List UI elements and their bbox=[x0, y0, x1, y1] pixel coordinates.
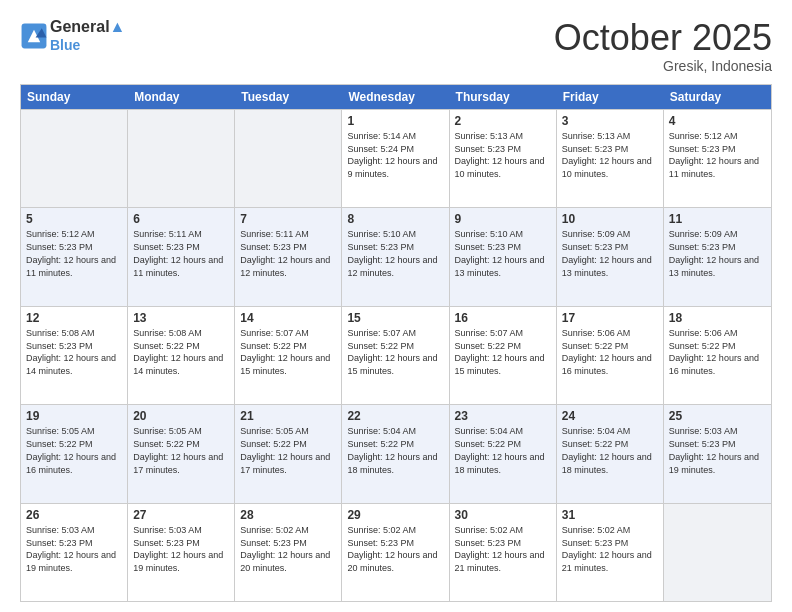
calendar-cell: 15Sunrise: 5:07 AMSunset: 5:22 PMDayligh… bbox=[342, 307, 449, 404]
day-number: 2 bbox=[455, 113, 551, 129]
cell-info: Sunrise: 5:05 AMSunset: 5:22 PMDaylight:… bbox=[26, 426, 116, 474]
calendar-row-0: 1Sunrise: 5:14 AMSunset: 5:24 PMDaylight… bbox=[21, 109, 771, 207]
cell-info: Sunrise: 5:09 AMSunset: 5:23 PMDaylight:… bbox=[669, 229, 759, 277]
cell-info: Sunrise: 5:05 AMSunset: 5:22 PMDaylight:… bbox=[240, 426, 330, 474]
day-number: 24 bbox=[562, 408, 658, 424]
calendar-cell: 16Sunrise: 5:07 AMSunset: 5:22 PMDayligh… bbox=[450, 307, 557, 404]
cell-info: Sunrise: 5:03 AMSunset: 5:23 PMDaylight:… bbox=[669, 426, 759, 474]
calendar-cell bbox=[128, 110, 235, 207]
cell-info: Sunrise: 5:13 AMSunset: 5:23 PMDaylight:… bbox=[455, 131, 545, 179]
day-number: 29 bbox=[347, 507, 443, 523]
day-number: 20 bbox=[133, 408, 229, 424]
calendar-cell bbox=[235, 110, 342, 207]
day-number: 26 bbox=[26, 507, 122, 523]
cell-info: Sunrise: 5:04 AMSunset: 5:22 PMDaylight:… bbox=[562, 426, 652, 474]
calendar-cell: 4Sunrise: 5:12 AMSunset: 5:23 PMDaylight… bbox=[664, 110, 771, 207]
cell-info: Sunrise: 5:08 AMSunset: 5:22 PMDaylight:… bbox=[133, 328, 223, 376]
calendar-cell: 2Sunrise: 5:13 AMSunset: 5:23 PMDaylight… bbox=[450, 110, 557, 207]
day-number: 7 bbox=[240, 211, 336, 227]
cell-info: Sunrise: 5:05 AMSunset: 5:22 PMDaylight:… bbox=[133, 426, 223, 474]
cell-info: Sunrise: 5:10 AMSunset: 5:23 PMDaylight:… bbox=[347, 229, 437, 277]
day-number: 1 bbox=[347, 113, 443, 129]
calendar-cell: 3Sunrise: 5:13 AMSunset: 5:23 PMDaylight… bbox=[557, 110, 664, 207]
day-number: 4 bbox=[669, 113, 766, 129]
cell-info: Sunrise: 5:02 AMSunset: 5:23 PMDaylight:… bbox=[240, 525, 330, 573]
calendar-cell: 24Sunrise: 5:04 AMSunset: 5:22 PMDayligh… bbox=[557, 405, 664, 502]
cell-info: Sunrise: 5:11 AMSunset: 5:23 PMDaylight:… bbox=[240, 229, 330, 277]
calendar-cell: 26Sunrise: 5:03 AMSunset: 5:23 PMDayligh… bbox=[21, 504, 128, 601]
day-number: 18 bbox=[669, 310, 766, 326]
header-monday: Monday bbox=[128, 85, 235, 109]
header-sunday: Sunday bbox=[21, 85, 128, 109]
header-saturday: Saturday bbox=[664, 85, 771, 109]
calendar-row-2: 12Sunrise: 5:08 AMSunset: 5:23 PMDayligh… bbox=[21, 306, 771, 404]
day-number: 8 bbox=[347, 211, 443, 227]
calendar-cell: 25Sunrise: 5:03 AMSunset: 5:23 PMDayligh… bbox=[664, 405, 771, 502]
calendar-cell: 17Sunrise: 5:06 AMSunset: 5:22 PMDayligh… bbox=[557, 307, 664, 404]
day-number: 22 bbox=[347, 408, 443, 424]
cell-info: Sunrise: 5:06 AMSunset: 5:22 PMDaylight:… bbox=[562, 328, 652, 376]
logo-icon bbox=[20, 22, 48, 50]
calendar-cell: 13Sunrise: 5:08 AMSunset: 5:22 PMDayligh… bbox=[128, 307, 235, 404]
calendar-cell: 22Sunrise: 5:04 AMSunset: 5:22 PMDayligh… bbox=[342, 405, 449, 502]
day-number: 9 bbox=[455, 211, 551, 227]
header-friday: Friday bbox=[557, 85, 664, 109]
calendar-header: Sunday Monday Tuesday Wednesday Thursday… bbox=[21, 85, 771, 109]
calendar-cell: 12Sunrise: 5:08 AMSunset: 5:23 PMDayligh… bbox=[21, 307, 128, 404]
cell-info: Sunrise: 5:02 AMSunset: 5:23 PMDaylight:… bbox=[347, 525, 437, 573]
calendar-cell: 31Sunrise: 5:02 AMSunset: 5:23 PMDayligh… bbox=[557, 504, 664, 601]
day-number: 11 bbox=[669, 211, 766, 227]
calendar-cell: 10Sunrise: 5:09 AMSunset: 5:23 PMDayligh… bbox=[557, 208, 664, 305]
calendar-cell: 21Sunrise: 5:05 AMSunset: 5:22 PMDayligh… bbox=[235, 405, 342, 502]
calendar-cell: 8Sunrise: 5:10 AMSunset: 5:23 PMDaylight… bbox=[342, 208, 449, 305]
cell-info: Sunrise: 5:11 AMSunset: 5:23 PMDaylight:… bbox=[133, 229, 223, 277]
calendar-cell: 6Sunrise: 5:11 AMSunset: 5:23 PMDaylight… bbox=[128, 208, 235, 305]
day-number: 3 bbox=[562, 113, 658, 129]
day-number: 27 bbox=[133, 507, 229, 523]
calendar-cell: 18Sunrise: 5:06 AMSunset: 5:22 PMDayligh… bbox=[664, 307, 771, 404]
calendar-cell: 11Sunrise: 5:09 AMSunset: 5:23 PMDayligh… bbox=[664, 208, 771, 305]
day-number: 23 bbox=[455, 408, 551, 424]
day-number: 16 bbox=[455, 310, 551, 326]
location: Gresik, Indonesia bbox=[554, 58, 772, 74]
calendar-cell: 9Sunrise: 5:10 AMSunset: 5:23 PMDaylight… bbox=[450, 208, 557, 305]
header-thursday: Thursday bbox=[450, 85, 557, 109]
day-number: 21 bbox=[240, 408, 336, 424]
cell-info: Sunrise: 5:04 AMSunset: 5:22 PMDaylight:… bbox=[347, 426, 437, 474]
day-number: 28 bbox=[240, 507, 336, 523]
calendar-cell bbox=[21, 110, 128, 207]
day-number: 19 bbox=[26, 408, 122, 424]
header-wednesday: Wednesday bbox=[342, 85, 449, 109]
day-number: 25 bbox=[669, 408, 766, 424]
day-number: 14 bbox=[240, 310, 336, 326]
cell-info: Sunrise: 5:07 AMSunset: 5:22 PMDaylight:… bbox=[240, 328, 330, 376]
cell-info: Sunrise: 5:09 AMSunset: 5:23 PMDaylight:… bbox=[562, 229, 652, 277]
calendar-cell: 20Sunrise: 5:05 AMSunset: 5:22 PMDayligh… bbox=[128, 405, 235, 502]
day-number: 5 bbox=[26, 211, 122, 227]
day-number: 30 bbox=[455, 507, 551, 523]
calendar-cell: 1Sunrise: 5:14 AMSunset: 5:24 PMDaylight… bbox=[342, 110, 449, 207]
header: General▲ Blue October 2025 Gresik, Indon… bbox=[20, 18, 772, 74]
cell-info: Sunrise: 5:03 AMSunset: 5:23 PMDaylight:… bbox=[26, 525, 116, 573]
month-title: October 2025 bbox=[554, 18, 772, 58]
day-number: 13 bbox=[133, 310, 229, 326]
cell-info: Sunrise: 5:07 AMSunset: 5:22 PMDaylight:… bbox=[455, 328, 545, 376]
calendar-cell: 28Sunrise: 5:02 AMSunset: 5:23 PMDayligh… bbox=[235, 504, 342, 601]
calendar-cell: 29Sunrise: 5:02 AMSunset: 5:23 PMDayligh… bbox=[342, 504, 449, 601]
day-number: 17 bbox=[562, 310, 658, 326]
cell-info: Sunrise: 5:03 AMSunset: 5:23 PMDaylight:… bbox=[133, 525, 223, 573]
calendar-body: 1Sunrise: 5:14 AMSunset: 5:24 PMDaylight… bbox=[21, 109, 771, 601]
cell-info: Sunrise: 5:04 AMSunset: 5:22 PMDaylight:… bbox=[455, 426, 545, 474]
calendar-cell: 14Sunrise: 5:07 AMSunset: 5:22 PMDayligh… bbox=[235, 307, 342, 404]
calendar-cell: 5Sunrise: 5:12 AMSunset: 5:23 PMDaylight… bbox=[21, 208, 128, 305]
cell-info: Sunrise: 5:06 AMSunset: 5:22 PMDaylight:… bbox=[669, 328, 759, 376]
title-block: October 2025 Gresik, Indonesia bbox=[554, 18, 772, 74]
cell-info: Sunrise: 5:14 AMSunset: 5:24 PMDaylight:… bbox=[347, 131, 437, 179]
calendar-cell: 7Sunrise: 5:11 AMSunset: 5:23 PMDaylight… bbox=[235, 208, 342, 305]
page: General▲ Blue October 2025 Gresik, Indon… bbox=[0, 0, 792, 612]
day-number: 6 bbox=[133, 211, 229, 227]
calendar-cell: 19Sunrise: 5:05 AMSunset: 5:22 PMDayligh… bbox=[21, 405, 128, 502]
calendar-cell: 27Sunrise: 5:03 AMSunset: 5:23 PMDayligh… bbox=[128, 504, 235, 601]
day-number: 10 bbox=[562, 211, 658, 227]
cell-info: Sunrise: 5:02 AMSunset: 5:23 PMDaylight:… bbox=[455, 525, 545, 573]
